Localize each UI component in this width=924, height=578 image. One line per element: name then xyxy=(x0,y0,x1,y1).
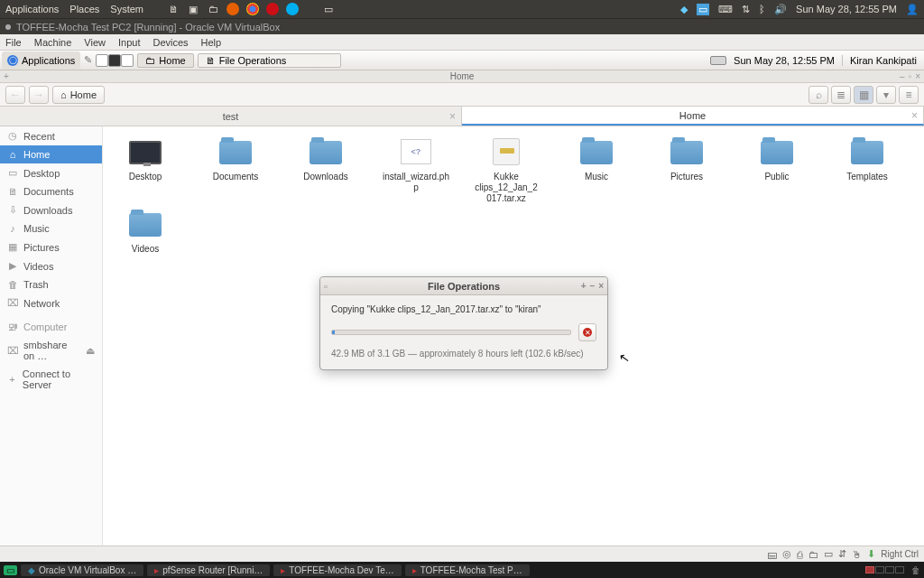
host-menu-system[interactable]: System xyxy=(110,4,143,14)
sidebar-item-smbshare[interactable]: ⌧smbshare on …⏏ xyxy=(0,336,102,365)
vm-menu-devices[interactable]: Devices xyxy=(152,37,188,48)
sidebar-item-music[interactable]: ♪Music xyxy=(0,219,102,238)
host-menu-places[interactable]: Places xyxy=(69,4,99,14)
tab-home[interactable]: Home× xyxy=(462,107,924,126)
view-list-button[interactable]: ≣ xyxy=(831,86,851,104)
tray-user-icon[interactable]: 👤 xyxy=(906,4,919,15)
vb-hd-icon[interactable]: 🖴 xyxy=(767,549,777,560)
tray-bluetooth-icon[interactable]: ᛒ xyxy=(759,4,765,14)
host-menu-applications[interactable]: Applications xyxy=(5,4,59,14)
sidebar-item-desktop[interactable]: ▭Desktop xyxy=(0,163,102,182)
workspace-switcher[interactable] xyxy=(865,566,904,573)
tab-close-icon[interactable]: × xyxy=(911,109,918,122)
item-kukke-archive[interactable]: Kukke clips_12_Jan_2017.tar.xz xyxy=(473,137,540,204)
vb-display-icon[interactable]: ▭ xyxy=(824,548,833,560)
sidebar-item-videos[interactable]: ▶Videos xyxy=(0,256,102,275)
item-public[interactable]: Public xyxy=(744,137,810,204)
terminal-icon[interactable]: ▣ xyxy=(187,3,199,15)
eject-icon[interactable]: ⏏ xyxy=(86,345,95,357)
sidebar-item-home[interactable]: ⌂Home xyxy=(0,145,102,163)
item-documents[interactable]: Documents xyxy=(202,137,269,204)
dialog-expand-icon[interactable]: + xyxy=(581,281,587,291)
trash-panel-icon[interactable]: 🗑 xyxy=(911,565,920,575)
sidebar-item-network[interactable]: ⌧Network xyxy=(0,294,102,312)
item-desktop[interactable]: Desktop xyxy=(112,137,179,204)
firefox-icon[interactable] xyxy=(226,3,239,15)
search-button[interactable]: ⌕ xyxy=(808,86,828,104)
item-templates[interactable]: Templates xyxy=(834,137,901,204)
window-maximize-icon[interactable]: ▫ xyxy=(909,71,912,81)
item-music[interactable]: Music xyxy=(563,137,630,204)
item-pictures[interactable]: Pictures xyxy=(653,137,720,204)
quick-icon-1[interactable] xyxy=(96,54,108,67)
guest-applications-button[interactable]: ◯ Applications xyxy=(2,51,80,70)
show-desktop-icon[interactable]: ▭ xyxy=(4,565,17,575)
window-list-icon[interactable]: ▭ xyxy=(322,3,335,15)
folder-icon xyxy=(129,213,162,237)
opera-icon[interactable] xyxy=(266,3,279,15)
editor-icon[interactable]: 🗎 xyxy=(167,3,180,15)
window-minimize-icon[interactable]: – xyxy=(900,71,905,81)
vm-menu-view[interactable]: View xyxy=(84,37,106,48)
sidebar-item-connect-server[interactable]: +Connect to Server xyxy=(0,365,102,394)
cancel-copy-button[interactable]: ✕ xyxy=(578,323,596,341)
taskbar-file-operations[interactable]: 🗎 File Operations xyxy=(198,53,342,68)
tray-network-icon[interactable]: ⇅ xyxy=(742,4,750,15)
tray-app-icon[interactable]: ◆ xyxy=(680,4,688,15)
minimize-all-button[interactable] xyxy=(710,56,726,65)
files-icon[interactable]: 🗀 xyxy=(207,3,219,15)
vm-menu-input[interactable]: Input xyxy=(118,37,140,48)
vb-capture-icon[interactable]: ⬇ xyxy=(867,548,875,560)
guest-clock[interactable]: Sun May 28, 12:55 PM xyxy=(726,55,842,66)
nav-back-button[interactable]: ← xyxy=(5,86,25,104)
sidebar-item-trash[interactable]: 🗑Trash xyxy=(0,275,102,294)
vm-menu-file[interactable]: File xyxy=(5,37,22,48)
taskbar-virtualbox[interactable]: ◆Oracle VM VirtualBox … xyxy=(21,564,143,576)
window-close-icon[interactable]: × xyxy=(915,71,920,81)
tray-keyboard-icon[interactable]: ⌨ xyxy=(718,4,733,15)
quick-icon-3[interactable] xyxy=(121,54,134,67)
sidebar-item-pictures[interactable]: ▦Pictures xyxy=(0,238,102,256)
sidebar-item-recent[interactable]: ◷Recent xyxy=(0,126,102,145)
sidebar-item-downloads[interactable]: ⇩Downloads xyxy=(0,200,102,219)
skype-icon[interactable] xyxy=(286,3,299,15)
downloads-icon: ⇩ xyxy=(7,204,18,216)
vb-mouse-icon[interactable]: 🖱 xyxy=(852,549,862,560)
vb-share-icon[interactable]: 🗀 xyxy=(808,549,818,560)
hamburger-button[interactable]: ≡ xyxy=(899,86,919,104)
path-bar-home[interactable]: ⌂ Home xyxy=(52,86,105,104)
tab-close-icon[interactable]: × xyxy=(449,110,456,123)
dialog-titlebar[interactable]: ▫ File Operations + – × xyxy=(320,277,607,295)
taskbar-home[interactable]: 🗀 Home xyxy=(137,53,193,68)
item-install-wizard-php[interactable]: <?install_wizard.php xyxy=(383,137,449,204)
new-tab-icon[interactable]: + xyxy=(4,71,9,81)
item-videos[interactable]: Videos xyxy=(112,210,179,255)
vb-cd-icon[interactable]: ◎ xyxy=(782,548,791,560)
sidebar-item-documents[interactable]: 🗎Documents xyxy=(0,182,102,200)
guest-user-menu[interactable]: Kiran Kankipati xyxy=(842,55,924,66)
taskbar-toffee-dev[interactable]: ▸TOFFEE-Mocha Dev Te… xyxy=(273,564,401,576)
taskbar-pfsense[interactable]: ▸pfSense Router [Runni… xyxy=(147,564,270,576)
dialog-close-icon[interactable]: × xyxy=(598,281,604,291)
nav-forward-button[interactable]: → xyxy=(29,86,49,104)
tab-test[interactable]: test× xyxy=(0,107,462,126)
tray-volume-icon[interactable]: 🔊 xyxy=(774,4,787,15)
edit-icon[interactable]: ✎ xyxy=(84,54,92,66)
vb-net-icon[interactable]: ⇵ xyxy=(838,548,846,560)
vm-menu-machine[interactable]: Machine xyxy=(34,37,72,48)
item-downloads[interactable]: Downloads xyxy=(292,137,359,204)
php-file-icon: <? xyxy=(401,139,431,164)
taskbar-toffee-test[interactable]: ▸TOFFEE-Mocha Test P… xyxy=(405,564,530,576)
monitor-icon xyxy=(129,141,162,164)
sidebar-item-computer[interactable]: 🖳Computer xyxy=(0,318,102,336)
vm-menu-help[interactable]: Help xyxy=(201,37,222,48)
tray-monitor-icon[interactable]: ▭ xyxy=(697,4,709,15)
quick-icon-2[interactable] xyxy=(108,54,121,67)
view-dropdown-button[interactable]: ▾ xyxy=(876,86,896,104)
dialog-minimize-icon[interactable]: – xyxy=(590,281,596,291)
view-grid-button[interactable]: ▦ xyxy=(854,86,873,104)
host-clock[interactable]: Sun May 28, 12:55 PM xyxy=(796,4,897,14)
videos-icon: ▶ xyxy=(7,260,18,272)
chrome-icon[interactable] xyxy=(246,3,259,15)
vb-usb-icon[interactable]: ⎙ xyxy=(797,549,803,560)
